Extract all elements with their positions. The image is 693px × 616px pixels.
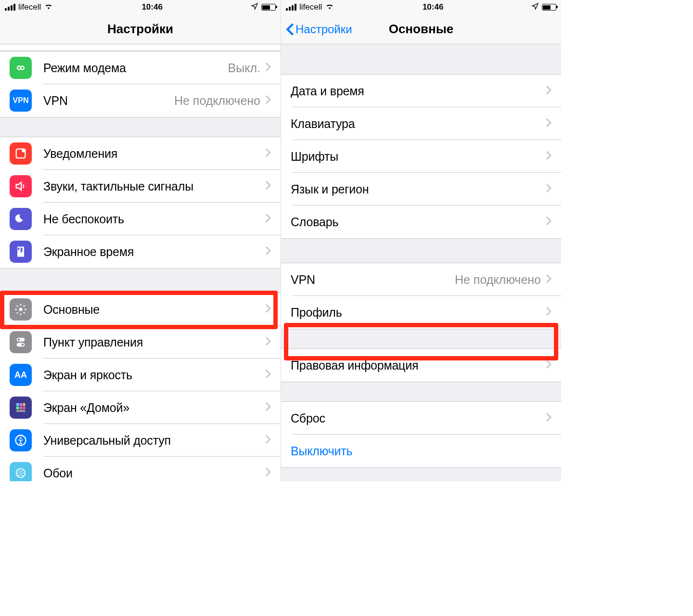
row-shutdown[interactable]: Выключить: [281, 435, 561, 467]
row-profile[interactable]: Профиль: [281, 296, 561, 329]
chevron-right-icon: [546, 183, 552, 195]
row-sounds[interactable]: Звуки, тактильные сигналы: [0, 170, 281, 203]
svg-rect-10: [16, 407, 19, 410]
hotspot-icon: [10, 57, 32, 79]
carrier-label: lifecell: [18, 2, 41, 12]
battery-icon: [542, 4, 556, 11]
svg-point-1: [22, 149, 25, 153]
svg-rect-8: [20, 403, 23, 406]
row-legal[interactable]: Правовая информация: [281, 349, 561, 382]
section-alerts: Уведомления Звуки, тактильные сигналы Не…: [0, 137, 281, 269]
section-system: Основные Пункт управления AA Экран и ярк…: [0, 293, 281, 481]
svg-rect-11: [20, 407, 23, 410]
vpn-icon: VPN: [10, 90, 32, 112]
page-title: Настройки: [107, 22, 173, 37]
wifi-icon: [325, 2, 334, 12]
notifications-icon: [10, 142, 32, 165]
section-legal: Правовая информация: [281, 348, 561, 382]
row-general[interactable]: Основные: [0, 293, 281, 326]
row-vpn[interactable]: VPN Не подключено: [281, 263, 561, 296]
section-connectivity: Режим модема Выкл. VPN VPN Не подключено: [0, 51, 281, 117]
chevron-right-icon: [265, 467, 271, 479]
row-vpn[interactable]: VPN VPN Не подключено: [0, 84, 281, 117]
row-home-screen[interactable]: Экран «Домой»: [0, 391, 281, 424]
row-label: Пункт управления: [43, 335, 265, 349]
svg-rect-9: [23, 403, 26, 406]
phone-right: lifecell 10:46 Настройки Основные Дата и…: [281, 0, 561, 481]
row-label: Основные: [43, 303, 265, 317]
section-reset: Сброс Выключить: [281, 401, 561, 468]
chevron-right-icon: [546, 118, 552, 129]
row-accessibility[interactable]: Универсальный доступ: [0, 424, 281, 457]
location-icon: [531, 2, 539, 13]
chevron-right-icon: [546, 216, 552, 228]
row-display[interactable]: AA Экран и яркость: [0, 359, 281, 391]
row-label: Экран «Домой»: [43, 401, 265, 415]
row-label: Экран и яркость: [43, 368, 265, 382]
row-label: Не беспокоить: [43, 212, 265, 226]
wallpaper-icon: [10, 462, 32, 481]
row-personal-hotspot[interactable]: Режим модема Выкл.: [0, 51, 281, 84]
row-keyboard[interactable]: Клавиатура: [281, 107, 561, 140]
chevron-right-icon: [265, 213, 271, 225]
svg-point-2: [19, 308, 23, 311]
row-label: Универсальный доступ: [43, 434, 265, 448]
row-label: Выключить: [291, 444, 552, 458]
back-button[interactable]: Настройки: [286, 23, 352, 36]
chevron-right-icon: [265, 435, 271, 446]
row-screen-time[interactable]: Экранное время: [0, 235, 281, 268]
chevron-right-icon: [265, 246, 271, 257]
row-label: Уведомления: [43, 147, 265, 161]
chevron-right-icon: [265, 180, 271, 192]
row-value: Не подключено: [174, 94, 260, 108]
chevron-right-icon: [265, 336, 271, 348]
row-label: Сброс: [291, 411, 546, 425]
row-label: Обои: [43, 466, 265, 480]
wifi-icon: [44, 2, 53, 12]
battery-icon: [261, 4, 276, 11]
chevron-right-icon: [265, 148, 271, 159]
signal-icon: [5, 4, 15, 11]
clock: 10:46: [423, 2, 443, 12]
svg-rect-12: [23, 407, 26, 410]
row-do-not-disturb[interactable]: Не беспокоить: [0, 203, 281, 235]
chevron-right-icon: [265, 304, 271, 315]
chevron-right-icon: [546, 151, 552, 162]
chevron-right-icon: [546, 359, 552, 371]
chevron-right-icon: [546, 307, 552, 318]
row-label: Дата и время: [291, 84, 546, 98]
row-label: Режим модема: [43, 61, 228, 75]
chevron-right-icon: [265, 369, 271, 381]
row-reset[interactable]: Сброс: [281, 402, 561, 435]
svg-point-6: [22, 344, 24, 346]
row-value: Выкл.: [228, 61, 260, 75]
back-label: Настройки: [295, 23, 352, 36]
svg-point-15: [20, 437, 22, 439]
row-label: Словарь: [291, 215, 546, 229]
row-date-time[interactable]: Дата и время: [281, 75, 561, 107]
home-screen-icon: [10, 397, 32, 419]
carrier-label: lifecell: [299, 2, 322, 12]
row-label: Правовая информация: [291, 359, 546, 372]
nav-header: Настройки Основные: [281, 14, 561, 44]
row-fonts[interactable]: Шрифты: [281, 140, 561, 173]
row-label: Экранное время: [43, 245, 265, 259]
svg-rect-13: [16, 410, 26, 412]
row-notifications[interactable]: Уведомления: [0, 137, 281, 170]
row-label: Профиль: [291, 306, 546, 320]
row-label: Звуки, тактильные сигналы: [43, 180, 265, 193]
general-icon: [10, 298, 32, 321]
chevron-right-icon: [546, 274, 552, 285]
row-wallpaper[interactable]: Обои: [0, 457, 281, 481]
chevron-right-icon: [265, 402, 271, 413]
control-center-icon: [10, 331, 32, 353]
row-control-center[interactable]: Пункт управления: [0, 326, 281, 359]
nav-header: Настройки: [0, 14, 281, 44]
row-dictionary[interactable]: Словарь: [281, 205, 561, 238]
clock: 10:46: [141, 2, 162, 12]
page-title: Основные: [389, 22, 454, 37]
row-label: VPN: [291, 273, 455, 287]
sounds-icon: [10, 175, 32, 197]
row-label: Язык и регион: [291, 182, 546, 196]
row-language[interactable]: Язык и регион: [281, 173, 561, 205]
